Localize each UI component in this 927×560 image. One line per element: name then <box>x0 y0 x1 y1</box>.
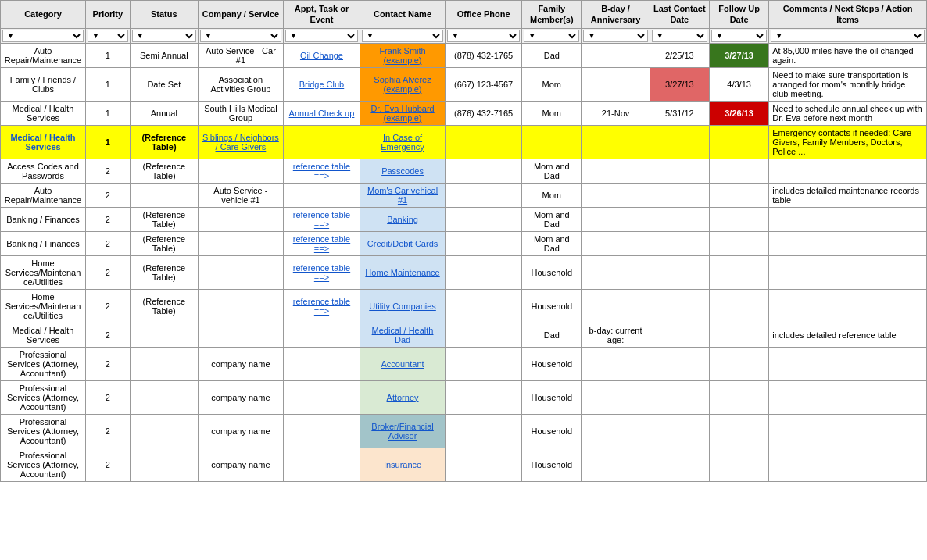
table-row: Access Codes and Passwords2(Reference Ta… <box>1 159 927 183</box>
cell-phone <box>446 159 522 183</box>
cell-bday <box>582 231 650 255</box>
col-header-family: Family Member(s) <box>522 1 582 29</box>
filter-appt[interactable]: ▼ <box>285 30 358 42</box>
cell-contact[interactable]: Home Maintenance <box>360 255 446 289</box>
filter-contact[interactable]: ▼ <box>362 30 443 42</box>
cell-comments <box>769 347 927 380</box>
cell-followup <box>709 448 768 481</box>
cell-contact[interactable]: In Case of Emergency <box>360 125 446 159</box>
spreadsheet-container: Category Priority Status Company / Servi… <box>0 0 927 482</box>
cell-family: Household <box>522 448 582 481</box>
filter-phone[interactable]: ▼ <box>447 30 520 42</box>
cell-contact[interactable]: Banking <box>360 207 446 231</box>
cell-contact[interactable]: Frank Smith (example) <box>360 43 446 67</box>
cell-appt[interactable]: reference table ==> <box>283 289 360 323</box>
filter-status[interactable]: ▼ <box>132 30 196 42</box>
cell-lastcontact <box>650 347 709 380</box>
cell-appt[interactable]: reference table ==> <box>283 207 360 231</box>
cell-followup <box>709 347 768 380</box>
cell-family: Mom <box>522 67 582 101</box>
cell-status: (Reference Table) <box>130 255 198 289</box>
filter-priority[interactable]: ▼ <box>88 30 128 42</box>
cell-lastcontact <box>650 159 709 183</box>
cell-company: company name <box>198 448 283 481</box>
cell-followup: 3/26/13 <box>709 101 768 125</box>
table-row: Medical / Health Services1AnnualSouth Hi… <box>1 101 927 125</box>
filter-followup[interactable]: ▼ <box>711 30 767 42</box>
cell-contact[interactable]: Dr. Eva Hubbard (example) <box>360 101 446 125</box>
cell-comments <box>769 414 927 448</box>
cell-contact[interactable]: Mom's Car vehical #1 <box>360 183 446 207</box>
cell-category: Banking / Finances <box>1 231 86 255</box>
col-header-comments: Comments / Next Steps / Action Items <box>769 1 927 29</box>
cell-appt[interactable]: Bridge Club <box>283 67 360 101</box>
cell-contact[interactable]: Broker/Financial Advisor <box>360 414 446 448</box>
cell-priority: 2 <box>86 448 131 481</box>
filter-category[interactable]: ▼ <box>2 30 84 42</box>
cell-contact[interactable]: Accountant <box>360 347 446 380</box>
cell-comments: Need to schedule annual check up with Dr… <box>769 101 927 125</box>
cell-contact[interactable]: Credit/Debit Cards <box>360 231 446 255</box>
filter-family[interactable]: ▼ <box>524 30 579 42</box>
cell-contact[interactable]: Passcodes <box>360 159 446 183</box>
cell-contact[interactable]: Insurance <box>360 448 446 481</box>
cell-phone <box>446 255 522 289</box>
col-header-contact: Contact Name <box>360 1 446 29</box>
cell-followup <box>709 159 768 183</box>
cell-followup <box>709 289 768 323</box>
cell-family: Household <box>522 289 582 323</box>
cell-contact[interactable]: Sophia Alverez (example) <box>360 67 446 101</box>
cell-family: Mom <box>522 101 582 125</box>
cell-appt[interactable]: reference table ==> <box>283 159 360 183</box>
cell-followup <box>709 231 768 255</box>
cell-priority: 1 <box>86 125 131 159</box>
cell-bday <box>582 347 650 380</box>
cell-status: (Reference Table) <box>130 231 198 255</box>
cell-status <box>130 414 198 448</box>
cell-phone <box>446 207 522 231</box>
cell-phone: (876) 432-7165 <box>446 101 522 125</box>
cell-status <box>130 347 198 380</box>
filter-bday[interactable]: ▼ <box>583 30 647 42</box>
table-row: Home Services/Maintenance/Utilities2(Ref… <box>1 255 927 289</box>
cell-contact[interactable]: Utility Companies <box>360 289 446 323</box>
cell-priority: 2 <box>86 231 131 255</box>
cell-category: Professional Services (Attorney, Account… <box>1 380 86 414</box>
cell-bday <box>582 289 650 323</box>
cell-status: (Reference Table) <box>130 159 198 183</box>
cell-priority: 2 <box>86 347 131 380</box>
cell-priority: 1 <box>86 101 131 125</box>
cell-contact[interactable]: Medical / Health Dad <box>360 323 446 347</box>
main-table: Category Priority Status Company / Servi… <box>0 0 927 482</box>
cell-appt <box>283 380 360 414</box>
cell-contact[interactable]: Attorney <box>360 380 446 414</box>
cell-comments: includes detailed maintenance records ta… <box>769 183 927 207</box>
cell-bday <box>582 207 650 231</box>
cell-comments: includes detailed reference table <box>769 323 927 347</box>
cell-category: Banking / Finances <box>1 207 86 231</box>
filter-lastcontact[interactable]: ▼ <box>652 30 707 42</box>
cell-lastcontact <box>650 448 709 481</box>
col-header-lastcontact: Last Contact Date <box>650 1 709 29</box>
cell-priority: 1 <box>86 67 131 101</box>
cell-appt[interactable]: reference table ==> <box>283 255 360 289</box>
cell-phone: (878) 432-1765 <box>446 43 522 67</box>
cell-bday <box>582 159 650 183</box>
cell-appt[interactable]: Annual Check up <box>283 101 360 125</box>
col-header-phone: Office Phone <box>446 1 522 29</box>
cell-appt[interactable]: reference table ==> <box>283 231 360 255</box>
cell-bday <box>582 448 650 481</box>
table-row: Family / Friends / Clubs1Date SetAssocia… <box>1 67 927 101</box>
cell-appt[interactable]: Oil Change <box>283 43 360 67</box>
filter-comments[interactable]: ▼ <box>771 30 925 42</box>
cell-lastcontact <box>650 231 709 255</box>
cell-lastcontact <box>650 323 709 347</box>
cell-family <box>522 125 582 159</box>
col-header-followup: Follow Up Date <box>709 1 768 29</box>
cell-priority: 2 <box>86 255 131 289</box>
filter-company[interactable]: ▼ <box>200 30 281 42</box>
cell-phone <box>446 125 522 159</box>
cell-company[interactable]: Siblings / Neighbors / Care Givers <box>198 125 283 159</box>
table-row: Professional Services (Attorney, Account… <box>1 380 927 414</box>
cell-bday <box>582 43 650 67</box>
